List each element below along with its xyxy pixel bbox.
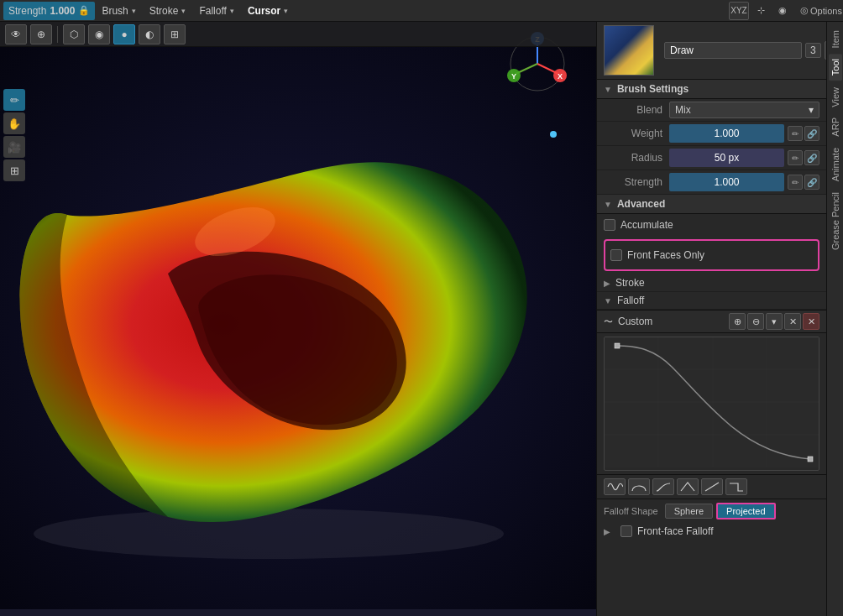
viewport-shading-1[interactable]: ◉: [772, 2, 793, 20]
viewport-overlay-btn[interactable]: ⊕: [30, 24, 52, 44]
falloff-icons-right: ⊕ ⊖ ▾ ✕ ✕: [729, 313, 819, 330]
falloff-shape-label: Falloff Shape: [604, 506, 658, 516]
camera-tool[interactable]: 🎥: [3, 136, 25, 158]
front-face-falloff-checkbox[interactable]: [620, 525, 632, 537]
svg-text:X: X: [558, 72, 563, 81]
falloff-remove-btn[interactable]: ⊖: [747, 313, 764, 330]
curve-shape-root[interactable]: [652, 478, 674, 495]
tab-view[interactable]: View: [829, 82, 842, 112]
blend-label: Blend: [604, 104, 662, 116]
strength-field[interactable]: Strength 1.000 🔒: [3, 2, 95, 20]
advanced-triangle: ▼: [604, 200, 612, 209]
blend-row: Blend Mix ▾: [597, 99, 826, 122]
brush-menu[interactable]: Brush ▾: [95, 0, 142, 22]
weight-label: Weight: [604, 128, 662, 139]
strength-panel-field[interactable]: 1.000: [669, 173, 784, 191]
tab-arp[interactable]: ARP: [829, 112, 842, 142]
weight-row: Weight 1.000 ✏ 🔗: [597, 122, 826, 146]
blend-select[interactable]: Mix ▾: [669, 102, 819, 118]
options-btn[interactable]: Options: [816, 2, 836, 20]
viewport-mode-btn2[interactable]: ◉: [88, 24, 110, 44]
brush-name-input[interactable]: [664, 42, 802, 59]
weight-link-icon[interactable]: 🔗: [804, 126, 819, 141]
radius-field[interactable]: 50 px: [669, 149, 784, 167]
falloff-expand-btn[interactable]: ▾: [766, 313, 783, 330]
tab-tool[interactable]: Tool: [829, 54, 842, 81]
viewport-mode-btn5[interactable]: ⊞: [164, 24, 186, 44]
brush-preview-image: [604, 25, 654, 76]
front-face-falloff-label: Front-face Falloff: [637, 525, 713, 537]
falloff-close-btn[interactable]: ✕: [803, 313, 819, 330]
brush-number-badge: 3: [805, 43, 821, 58]
falloff-shape-row: Falloff Shape Sphere Projected: [597, 499, 826, 523]
radius-edit-icon[interactable]: ✏: [788, 150, 803, 165]
cursor-menu[interactable]: Cursor ▾: [241, 0, 295, 22]
falloff-title-area: 〜 Custom: [604, 316, 725, 328]
blend-arrow: ▾: [809, 104, 814, 116]
falloff-title: Custom: [618, 316, 652, 327]
strength-field-icons: ✏ 🔗: [788, 175, 819, 190]
curve-shapes: [597, 474, 826, 499]
projected-shape-btn[interactable]: Projected: [716, 503, 775, 519]
strength-edit-icon[interactable]: ✏: [788, 175, 803, 190]
viewport-mode-btn4[interactable]: ◐: [139, 24, 160, 44]
curve-shape-sphere[interactable]: [628, 478, 650, 495]
front-faces-highlight: Front Faces Only: [604, 239, 819, 271]
stroke-label: Stroke: [615, 277, 645, 289]
brush-settings-triangle: ▼: [604, 85, 612, 94]
draw-tool[interactable]: ✏: [3, 89, 25, 111]
svg-line-22: [705, 483, 719, 491]
weight-field[interactable]: 1.000: [669, 124, 784, 143]
falloff-menu[interactable]: Falloff ▾: [192, 0, 240, 22]
radius-label: Radius: [604, 152, 662, 164]
falloff-sub-header[interactable]: ▼ Falloff: [597, 292, 826, 310]
curve-area[interactable]: [604, 337, 819, 471]
top-toolbar: Strength 1.000 🔒 Brush ▾ Stroke ▾ Fallof…: [0, 0, 843, 22]
left-tools-panel: ✏ ✋ 🎥 ⊞: [3, 89, 25, 181]
stroke-menu[interactable]: Stroke ▾: [143, 0, 193, 22]
sphere-shape-btn[interactable]: Sphere: [665, 504, 713, 519]
accumulate-label: Accumulate: [620, 219, 673, 231]
falloff-reset-btn[interactable]: ✕: [784, 313, 801, 330]
viewport-display-btn[interactable]: 👁: [5, 24, 27, 44]
stroke-dropdown-arrow: ▾: [181, 7, 186, 15]
separator-1: [57, 26, 58, 43]
falloff-sub-label: Falloff: [617, 295, 644, 306]
curve-svg: [605, 337, 819, 467]
viewport-top-bar: 👁 ⊕ ⬡ ◉ ● ◐ ⊞: [0, 22, 596, 47]
viewport-mode-btn3[interactable]: ●: [113, 24, 135, 44]
curve-shape-linear[interactable]: [701, 478, 723, 495]
falloff-add-btn[interactable]: ⊕: [729, 313, 746, 330]
strength-lock-icon: 🔒: [78, 5, 90, 16]
curve-shape-sharp[interactable]: [677, 478, 699, 495]
grid-tool[interactable]: ⊞: [3, 159, 25, 181]
falloff-dropdown-arrow: ▾: [230, 7, 234, 15]
weight-edit-icon[interactable]: ✏: [788, 126, 803, 141]
stroke-header[interactable]: ▶ Stroke: [597, 274, 826, 292]
strength-label: Strength: [8, 5, 46, 17]
cursor-dropdown-arrow: ▾: [284, 7, 288, 15]
viewport-mode-btn1[interactable]: ⬡: [63, 24, 85, 44]
xyz-icon[interactable]: XYZ: [729, 2, 749, 20]
radius-link-icon[interactable]: 🔗: [804, 150, 819, 165]
accumulate-checkbox[interactable]: [604, 219, 615, 231]
tab-animate[interactable]: Animate: [829, 143, 842, 186]
viewport[interactable]: 👁 ⊕ ⬡ ◉ ● ◐ ⊞: [0, 22, 596, 616]
radius-row: Radius 50 px ✏ 🔗: [597, 146, 826, 170]
transform-icon[interactable]: ⊹: [751, 2, 771, 20]
curve-shape-sine[interactable]: [604, 478, 626, 495]
strength-link-icon[interactable]: 🔗: [804, 175, 819, 190]
front-faces-checkbox[interactable]: [610, 249, 622, 261]
strength-panel-row: Strength 1.000 ✏ 🔗: [597, 170, 826, 195]
tab-grease-pencil[interactable]: Grease Pencil: [829, 187, 842, 255]
falloff-panel: 〜 Custom ⊕ ⊖ ▾ ✕ ✕: [597, 310, 826, 540]
curve-shape-constant[interactable]: [725, 478, 747, 495]
accumulate-row: Accumulate: [597, 214, 826, 236]
brush-settings-header[interactable]: ▼ Brush Settings: [597, 80, 826, 99]
brush-header: 3 📌 ⧉ ✕: [597, 22, 826, 80]
advanced-header[interactable]: ▼ Advanced: [597, 195, 826, 214]
weight-field-icons: ✏ 🔗: [788, 126, 819, 141]
move-tool[interactable]: ✋: [3, 112, 25, 134]
tab-item[interactable]: Item: [829, 25, 842, 53]
top-right-icons: XYZ ⊹ ◉ ◎ Options: [729, 2, 843, 20]
